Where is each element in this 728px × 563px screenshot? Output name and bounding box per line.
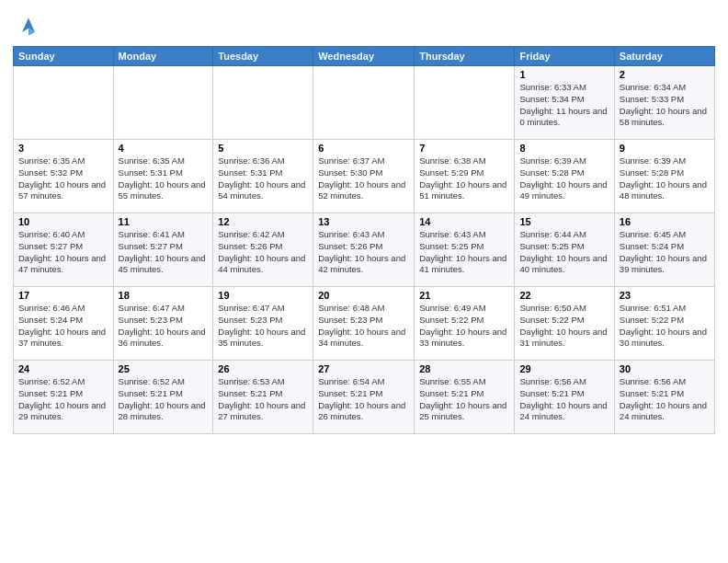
day-info: Sunrise: 6:46 AMSunset: 5:24 PMDaylight:… — [18, 303, 108, 350]
calendar-cell-w4d6: 30Sunrise: 6:56 AMSunset: 5:21 PMDayligh… — [614, 361, 714, 434]
calendar-cell-w0d5: 1Sunrise: 6:33 AMSunset: 5:34 PMDaylight… — [515, 66, 614, 140]
calendar-cell-w2d4: 14Sunrise: 6:43 AMSunset: 5:25 PMDayligh… — [415, 213, 515, 287]
day-info: Sunrise: 6:33 AMSunset: 5:34 PMDaylight:… — [519, 82, 609, 129]
calendar-cell-w0d4 — [415, 66, 515, 140]
day-info: Sunrise: 6:37 AMSunset: 5:30 PMDaylight:… — [318, 155, 409, 202]
day-info: Sunrise: 6:43 AMSunset: 5:26 PMDaylight:… — [318, 229, 409, 276]
day-number: 4 — [119, 143, 209, 154]
day-info: Sunrise: 6:52 AMSunset: 5:21 PMDaylight:… — [119, 376, 209, 423]
calendar-cell-w2d6: 16Sunrise: 6:45 AMSunset: 5:24 PMDayligh… — [614, 213, 714, 287]
day-number: 29 — [519, 363, 609, 374]
calendar-cell-w0d1 — [113, 66, 213, 140]
day-number: 3 — [18, 143, 108, 154]
day-info: Sunrise: 6:44 AMSunset: 5:25 PMDaylight:… — [519, 229, 609, 276]
day-number: 7 — [419, 143, 509, 154]
day-info: Sunrise: 6:47 AMSunset: 5:23 PMDaylight:… — [218, 303, 308, 350]
day-info: Sunrise: 6:39 AMSunset: 5:28 PMDaylight:… — [620, 155, 710, 202]
calendar-table: SundayMondayTuesdayWednesdayThursdayFrid… — [13, 46, 715, 434]
day-info: Sunrise: 6:53 AMSunset: 5:21 PMDaylight:… — [218, 376, 308, 423]
calendar-cell-w1d5: 8Sunrise: 6:39 AMSunset: 5:28 PMDaylight… — [515, 140, 614, 213]
calendar-cell-w2d0: 10Sunrise: 6:40 AMSunset: 5:27 PMDayligh… — [14, 213, 114, 287]
day-number: 16 — [620, 216, 710, 227]
calendar-cell-w3d4: 21Sunrise: 6:49 AMSunset: 5:22 PMDayligh… — [415, 287, 515, 361]
calendar-cell-w0d2 — [213, 66, 313, 140]
weekday-header-row: SundayMondayTuesdayWednesdayThursdayFrid… — [14, 47, 715, 66]
day-number: 25 — [119, 363, 209, 374]
day-info: Sunrise: 6:56 AMSunset: 5:21 PMDaylight:… — [620, 376, 710, 423]
week-row-1: 3Sunrise: 6:35 AMSunset: 5:32 PMDaylight… — [14, 140, 715, 213]
calendar-cell-w2d2: 12Sunrise: 6:42 AMSunset: 5:26 PMDayligh… — [213, 213, 313, 287]
day-info: Sunrise: 6:39 AMSunset: 5:28 PMDaylight:… — [519, 155, 609, 202]
day-number: 2 — [620, 69, 710, 80]
day-info: Sunrise: 6:38 AMSunset: 5:29 PMDaylight:… — [419, 155, 509, 202]
day-number: 26 — [218, 363, 308, 374]
day-info: Sunrise: 6:55 AMSunset: 5:21 PMDaylight:… — [419, 376, 509, 423]
week-row-4: 24Sunrise: 6:52 AMSunset: 5:21 PMDayligh… — [14, 361, 715, 434]
day-info: Sunrise: 6:35 AMSunset: 5:31 PMDaylight:… — [119, 155, 209, 202]
day-number: 1 — [519, 69, 609, 80]
weekday-header-thursday: Thursday — [415, 47, 515, 66]
day-number: 30 — [620, 363, 710, 374]
day-info: Sunrise: 6:35 AMSunset: 5:32 PMDaylight:… — [18, 155, 108, 202]
calendar-cell-w2d1: 11Sunrise: 6:41 AMSunset: 5:27 PMDayligh… — [113, 213, 213, 287]
calendar-cell-w4d0: 24Sunrise: 6:52 AMSunset: 5:21 PMDayligh… — [14, 361, 114, 434]
calendar-cell-w1d0: 3Sunrise: 6:35 AMSunset: 5:32 PMDaylight… — [14, 140, 114, 213]
calendar-cell-w0d6: 2Sunrise: 6:34 AMSunset: 5:33 PMDaylight… — [614, 66, 714, 140]
calendar-cell-w1d6: 9Sunrise: 6:39 AMSunset: 5:28 PMDaylight… — [614, 140, 714, 213]
day-number: 27 — [318, 363, 409, 374]
week-row-2: 10Sunrise: 6:40 AMSunset: 5:27 PMDayligh… — [14, 213, 715, 287]
calendar-cell-w3d1: 18Sunrise: 6:47 AMSunset: 5:23 PMDayligh… — [113, 287, 213, 361]
calendar-cell-w2d5: 15Sunrise: 6:44 AMSunset: 5:25 PMDayligh… — [515, 213, 614, 287]
calendar-cell-w3d0: 17Sunrise: 6:46 AMSunset: 5:24 PMDayligh… — [14, 287, 114, 361]
calendar-cell-w4d3: 27Sunrise: 6:54 AMSunset: 5:21 PMDayligh… — [313, 361, 415, 434]
calendar-cell-w2d3: 13Sunrise: 6:43 AMSunset: 5:26 PMDayligh… — [313, 213, 415, 287]
day-info: Sunrise: 6:49 AMSunset: 5:22 PMDaylight:… — [419, 303, 509, 350]
day-info: Sunrise: 6:50 AMSunset: 5:22 PMDaylight:… — [519, 303, 609, 350]
day-info: Sunrise: 6:48 AMSunset: 5:23 PMDaylight:… — [318, 303, 409, 350]
calendar-cell-w3d2: 19Sunrise: 6:47 AMSunset: 5:23 PMDayligh… — [213, 287, 313, 361]
calendar-cell-w4d4: 28Sunrise: 6:55 AMSunset: 5:21 PMDayligh… — [415, 361, 515, 434]
day-info: Sunrise: 6:36 AMSunset: 5:31 PMDaylight:… — [218, 155, 308, 202]
page: SundayMondayTuesdayWednesdayThursdayFrid… — [0, 0, 728, 563]
calendar-cell-w4d5: 29Sunrise: 6:56 AMSunset: 5:21 PMDayligh… — [515, 361, 614, 434]
day-number: 24 — [18, 363, 108, 374]
weekday-header-tuesday: Tuesday — [213, 47, 313, 66]
day-number: 23 — [620, 290, 710, 301]
day-info: Sunrise: 6:52 AMSunset: 5:21 PMDaylight:… — [18, 376, 108, 423]
day-info: Sunrise: 6:42 AMSunset: 5:26 PMDaylight:… — [218, 229, 308, 276]
day-number: 22 — [519, 290, 609, 301]
day-info: Sunrise: 6:43 AMSunset: 5:25 PMDaylight:… — [419, 229, 509, 276]
day-info: Sunrise: 6:45 AMSunset: 5:24 PMDaylight:… — [620, 229, 710, 276]
calendar-cell-w0d3 — [313, 66, 415, 140]
day-info: Sunrise: 6:40 AMSunset: 5:27 PMDaylight:… — [18, 229, 108, 276]
day-number: 20 — [318, 290, 409, 301]
day-number: 8 — [519, 143, 609, 154]
week-row-0: 1Sunrise: 6:33 AMSunset: 5:34 PMDaylight… — [14, 66, 715, 140]
day-number: 17 — [18, 290, 108, 301]
day-number: 10 — [18, 216, 108, 227]
day-info: Sunrise: 6:34 AMSunset: 5:33 PMDaylight:… — [620, 82, 710, 129]
day-info: Sunrise: 6:56 AMSunset: 5:21 PMDaylight:… — [519, 376, 609, 423]
day-number: 13 — [318, 216, 409, 227]
day-info: Sunrise: 6:51 AMSunset: 5:22 PMDaylight:… — [620, 303, 710, 350]
calendar-cell-w1d4: 7Sunrise: 6:38 AMSunset: 5:29 PMDaylight… — [415, 140, 515, 213]
day-number: 5 — [218, 143, 308, 154]
day-number: 19 — [218, 290, 308, 301]
logo-icon — [16, 13, 41, 39]
calendar-cell-w1d1: 4Sunrise: 6:35 AMSunset: 5:31 PMDaylight… — [113, 140, 213, 213]
day-info: Sunrise: 6:41 AMSunset: 5:27 PMDaylight:… — [119, 229, 209, 276]
calendar-cell-w1d3: 6Sunrise: 6:37 AMSunset: 5:30 PMDaylight… — [313, 140, 415, 213]
calendar-cell-w3d3: 20Sunrise: 6:48 AMSunset: 5:23 PMDayligh… — [313, 287, 415, 361]
day-number: 6 — [318, 143, 409, 154]
calendar-cell-w4d1: 25Sunrise: 6:52 AMSunset: 5:21 PMDayligh… — [113, 361, 213, 434]
calendar-cell-w0d0 — [14, 66, 114, 140]
calendar-cell-w4d2: 26Sunrise: 6:53 AMSunset: 5:21 PMDayligh… — [213, 361, 313, 434]
day-info: Sunrise: 6:54 AMSunset: 5:21 PMDaylight:… — [318, 376, 409, 423]
calendar-cell-w1d2: 5Sunrise: 6:36 AMSunset: 5:31 PMDaylight… — [213, 140, 313, 213]
weekday-header-friday: Friday — [515, 47, 614, 66]
week-row-3: 17Sunrise: 6:46 AMSunset: 5:24 PMDayligh… — [14, 287, 715, 361]
weekday-header-wednesday: Wednesday — [313, 47, 415, 66]
day-number: 11 — [119, 216, 209, 227]
calendar-cell-w3d5: 22Sunrise: 6:50 AMSunset: 5:22 PMDayligh… — [515, 287, 614, 361]
day-number: 14 — [419, 216, 509, 227]
